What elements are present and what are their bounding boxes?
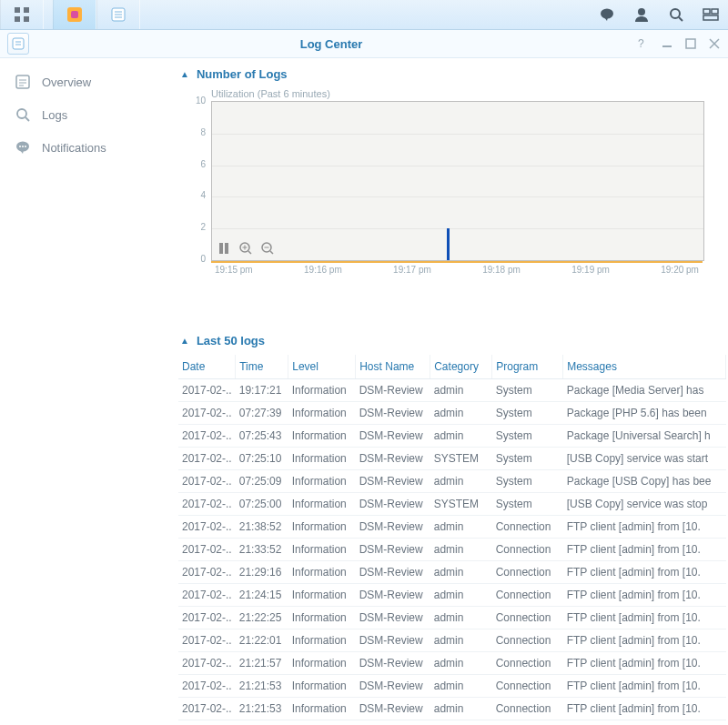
svg-rect-16 bbox=[712, 9, 718, 14]
table-cell: admin bbox=[430, 539, 492, 561]
table-cell: DSM-Review bbox=[356, 607, 430, 629]
taskbar-user-button[interactable] bbox=[624, 0, 659, 29]
window-help-button[interactable]: ? bbox=[633, 34, 653, 54]
table-cell: Information bbox=[288, 675, 356, 698]
chart-xtick: 19:17 pm bbox=[393, 265, 431, 275]
table-cell: 07:25:43 bbox=[236, 425, 288, 448]
table-row[interactable]: 2017-02-..21:21:57InformationDSM-Reviewa… bbox=[178, 652, 726, 675]
table-cell: 2017-02-.. bbox=[178, 561, 236, 584]
table-row[interactable]: 2017-02-..21:22:01InformationDSM-Reviewa… bbox=[178, 629, 726, 652]
svg-text:?: ? bbox=[638, 38, 644, 49]
chart-xtick: 19:16 pm bbox=[304, 265, 342, 275]
table-row[interactable]: 2017-02-..07:25:09InformationDSM-Reviewa… bbox=[178, 470, 726, 493]
table-cell: admin bbox=[430, 425, 492, 448]
table-cell: 2017-02-.. bbox=[178, 470, 236, 493]
table-cell: 2017-02-.. bbox=[178, 402, 236, 425]
table-cell: Information bbox=[288, 448, 356, 470]
taskbar-search-button[interactable] bbox=[659, 0, 693, 29]
window-maximize-button[interactable] bbox=[681, 34, 701, 54]
table-cell: 07:25:09 bbox=[236, 470, 288, 493]
taskbar-messages-button[interactable] bbox=[590, 0, 624, 29]
table-cell: admin bbox=[430, 652, 492, 675]
table-cell: 21:33:52 bbox=[236, 539, 288, 561]
table-row[interactable]: 2017-02-..07:25:10InformationDSM-ReviewS… bbox=[178, 448, 726, 470]
table-cell: System bbox=[492, 425, 563, 448]
table-row[interactable]: 2017-02-..07:27:39InformationDSM-Reviewa… bbox=[178, 402, 726, 425]
table-cell: 2017-02-.. bbox=[178, 675, 236, 698]
svg-rect-38 bbox=[225, 243, 228, 254]
table-row[interactable]: 2017-02-..21:21:53InformationDSM-Reviewa… bbox=[178, 675, 726, 698]
table-cell: System bbox=[492, 448, 563, 470]
svg-rect-1 bbox=[24, 7, 29, 13]
table-cell: admin bbox=[430, 516, 492, 539]
table-row[interactable]: 2017-02-..21:24:15InformationDSM-Reviewa… bbox=[178, 584, 726, 607]
window-minimize-button[interactable] bbox=[657, 34, 677, 54]
taskbar-widgets-button[interactable] bbox=[693, 0, 728, 29]
table-cell: 2017-02-.. bbox=[178, 539, 236, 561]
overview-icon bbox=[15, 74, 31, 90]
table-cell: 2017-02-.. bbox=[178, 720, 236, 726]
table-cell: System bbox=[492, 470, 563, 493]
table-row[interactable]: 2017-02-..07:25:00InformationDSM-ReviewS… bbox=[178, 493, 726, 516]
table-cell: Package [USB Copy] has bee bbox=[563, 470, 726, 493]
table-cell: Package [Universal Search] h bbox=[563, 425, 726, 448]
column-header[interactable]: Program bbox=[492, 355, 563, 379]
log-center-icon bbox=[110, 6, 126, 23]
table-row[interactable]: 2017-02-..21:22:25InformationDSM-Reviewa… bbox=[178, 607, 726, 629]
help-icon: ? bbox=[638, 38, 649, 49]
widgets-icon bbox=[703, 6, 719, 23]
svg-line-45 bbox=[270, 251, 273, 254]
column-header[interactable]: Messages bbox=[563, 355, 726, 379]
sidebar-item-label: Logs bbox=[42, 108, 67, 122]
section-title: Last 50 logs bbox=[197, 334, 265, 347]
chart-plot[interactable] bbox=[211, 101, 704, 261]
column-header[interactable]: Category bbox=[430, 355, 492, 379]
table-row[interactable]: 2017-02-..19:17:21InformationDSM-Reviewa… bbox=[178, 379, 726, 402]
table-row[interactable]: 2017-02-..21:38:52InformationDSM-Reviewa… bbox=[178, 516, 726, 539]
svg-marker-33 bbox=[20, 150, 24, 154]
chart-ytick: 6 bbox=[189, 159, 206, 169]
table-cell: Information bbox=[288, 402, 356, 425]
svg-marker-11 bbox=[604, 17, 608, 21]
table-cell: FTP client [admin] from [10. bbox=[563, 607, 726, 629]
table-cell: Connection bbox=[492, 539, 563, 561]
table-cell: Information bbox=[288, 470, 356, 493]
table-cell: Connection bbox=[492, 698, 563, 720]
svg-rect-17 bbox=[703, 15, 718, 20]
table-cell: Connection bbox=[492, 561, 563, 584]
taskbar-package-center-button[interactable] bbox=[53, 0, 96, 29]
taskbar-apps-button[interactable] bbox=[0, 0, 44, 29]
column-header[interactable]: Date bbox=[178, 355, 236, 379]
section-header-chart[interactable]: ▲ Number of Logs bbox=[178, 58, 726, 86]
svg-point-34 bbox=[19, 146, 21, 147]
table-row[interactable]: 2017-02-..21:21:53InformationDSM-Reviewa… bbox=[178, 698, 726, 720]
section-header-logs[interactable]: ▲ Last 50 logs bbox=[178, 325, 726, 353]
table-row[interactable]: 2017-02-..07:25:43InformationDSM-Reviewa… bbox=[178, 425, 726, 448]
sidebar-item-notifications[interactable]: Notifications bbox=[0, 131, 178, 164]
section-title: Number of Logs bbox=[197, 67, 288, 81]
table-cell: 21:21:57 bbox=[236, 652, 288, 675]
svg-point-13 bbox=[671, 9, 680, 18]
table-cell: DSM-Review bbox=[356, 584, 430, 607]
chart-xticks: 19:15 pm19:16 pm19:17 pm19:18 pm19:19 pm… bbox=[211, 263, 703, 275]
taskbar-log-center-button[interactable] bbox=[96, 0, 140, 29]
sidebar-item-label: Overview bbox=[42, 76, 91, 89]
table-cell: FTP client [admin] from [10. bbox=[563, 584, 726, 607]
chart-pause-button[interactable] bbox=[217, 242, 230, 255]
table-row[interactable]: 2017-02-..21:29:16InformationDSM-Reviewa… bbox=[178, 561, 726, 584]
table-row[interactable]: 2017-02-..21:21:52InformationDSM-Reviewa… bbox=[178, 720, 726, 726]
logs-table-header[interactable]: DateTimeLevelHost NameCategoryProgramMes… bbox=[178, 355, 726, 379]
chart-zoom-out-button[interactable] bbox=[261, 242, 274, 255]
column-header[interactable]: Level bbox=[288, 355, 356, 379]
sidebar-item-logs[interactable]: Logs bbox=[0, 98, 178, 131]
column-header[interactable]: Host Name bbox=[356, 355, 430, 379]
column-header[interactable]: Time bbox=[236, 355, 288, 379]
table-row[interactable]: 2017-02-..21:33:52InformationDSM-Reviewa… bbox=[178, 539, 726, 561]
window-close-button[interactable] bbox=[704, 34, 724, 54]
chart-series-spike bbox=[447, 228, 450, 260]
chart-zoom-in-button[interactable] bbox=[239, 242, 252, 255]
table-cell: Information bbox=[288, 379, 356, 402]
table-cell: Package [Media Server] has bbox=[563, 379, 726, 402]
sidebar-item-overview[interactable]: Overview bbox=[0, 65, 178, 98]
table-cell: Information bbox=[288, 607, 356, 629]
